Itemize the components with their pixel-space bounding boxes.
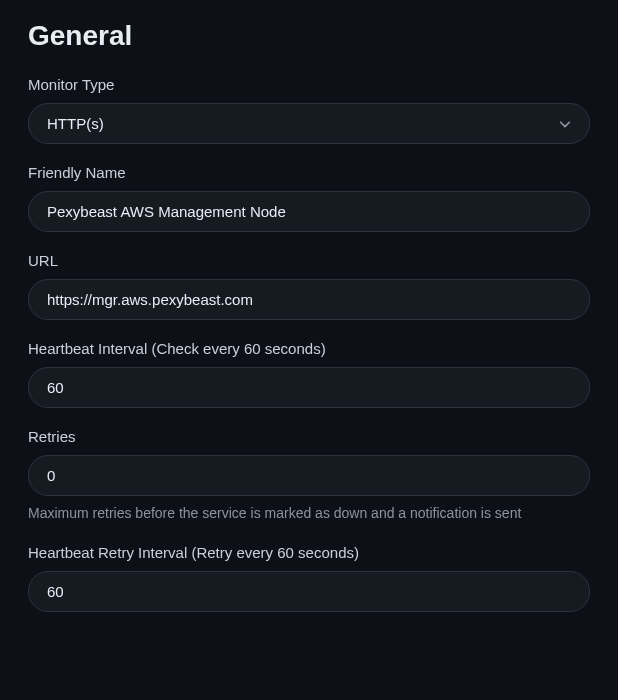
monitor-type-select[interactable]: HTTP(s) [28,103,590,144]
retries-label: Retries [28,428,590,445]
monitor-type-select-wrapper: HTTP(s) [28,103,590,144]
monitor-type-group: Monitor Type HTTP(s) [28,76,590,144]
url-input[interactable] [28,279,590,320]
retries-help-text: Maximum retries before the service is ma… [28,504,590,524]
retries-group: Retries Maximum retries before the servi… [28,428,590,524]
retries-input[interactable] [28,455,590,496]
url-label: URL [28,252,590,269]
section-title: General [28,20,590,52]
heartbeat-retry-interval-group: Heartbeat Retry Interval (Retry every 60… [28,544,590,612]
heartbeat-retry-interval-label: Heartbeat Retry Interval (Retry every 60… [28,544,590,561]
heartbeat-retry-interval-input[interactable] [28,571,590,612]
friendly-name-input[interactable] [28,191,590,232]
url-group: URL [28,252,590,320]
friendly-name-group: Friendly Name [28,164,590,232]
monitor-type-label: Monitor Type [28,76,590,93]
heartbeat-interval-label: Heartbeat Interval (Check every 60 secon… [28,340,590,357]
heartbeat-interval-group: Heartbeat Interval (Check every 60 secon… [28,340,590,408]
heartbeat-interval-input[interactable] [28,367,590,408]
friendly-name-label: Friendly Name [28,164,590,181]
